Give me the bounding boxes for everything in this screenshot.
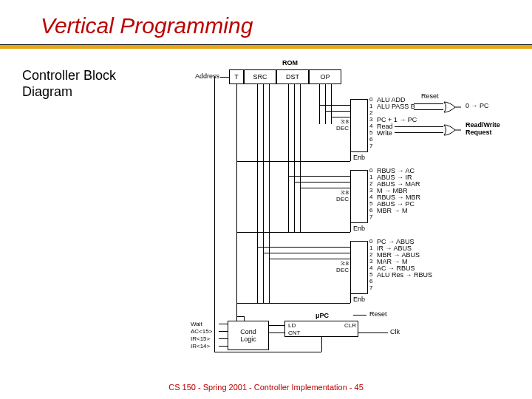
dec1-enb: Enb (353, 154, 365, 161)
dec2-enb: Enb (353, 225, 365, 232)
gate1-out: 0 → PC (466, 102, 489, 109)
rom-field-t-text: T (234, 73, 239, 81)
cond-logic-box: Cond Logic (228, 321, 269, 350)
cond-in-2: IR<15> (191, 335, 210, 342)
rom-field-op-text: OP (320, 73, 330, 81)
upc-cnt: CNT (288, 330, 300, 336)
cond-in-0: Wait (191, 321, 202, 327)
rom-label: ROM (282, 59, 298, 66)
dec2-out6: MBR → M (377, 207, 408, 214)
dec3-label: 3:8 DEC (330, 260, 349, 273)
rom-field-dst-text: DST (286, 73, 299, 81)
footer: CS 150 - Spring 2001 - Controller Implem… (168, 383, 364, 392)
dst-bus-2 (294, 84, 295, 232)
gate2-out-b: Request (466, 129, 492, 136)
address-label: Address (195, 72, 219, 80)
subtitle: Controller Block Diagram (22, 68, 116, 100)
rom-field-t: T (229, 69, 244, 84)
controller-block-diagram: ROM Address T SRC DST OP 3:8 DEC Enb 0 1… (200, 59, 517, 369)
dec2-label: 3:8 DEC (330, 189, 349, 202)
op-bus-2 (325, 84, 326, 124)
page-title: Vertical Programming (41, 13, 253, 38)
decoder-2 (350, 170, 368, 223)
dec3-out5: ALU Res → RBUS (377, 271, 432, 279)
rom-field-src: SRC (244, 69, 276, 84)
dec1-out1: ALU PASS B (377, 103, 415, 110)
dec1-enb-wire (236, 161, 350, 162)
dec3-enb: Enb (353, 296, 365, 303)
addr-wire (220, 77, 229, 78)
or-gate-2 (443, 124, 463, 136)
dec2-enb-wire (236, 232, 350, 233)
src-bus-1 (257, 84, 258, 303)
dec3-enb-wire (236, 303, 350, 304)
decoder-3 (350, 241, 368, 294)
cond-in-3: IR<14> (191, 343, 210, 349)
dec1-label: 3:8 DEC (330, 118, 349, 132)
rom-field-dst: DST (276, 69, 309, 84)
rom-field-op: OP (309, 69, 341, 84)
or-gate-1 (443, 101, 463, 113)
src-bus-3 (269, 84, 270, 303)
dec1-out5: Write (377, 129, 392, 137)
upc-clr: CLR (344, 322, 356, 329)
title-underline (0, 44, 532, 49)
decoder-1 (350, 99, 368, 152)
cond-in-1: AC<15> (191, 328, 212, 335)
reset-label: Reset (421, 92, 439, 100)
dst-bus-1 (288, 84, 289, 232)
upc-label: μPC (316, 312, 329, 319)
rom-field-src-text: SRC (253, 73, 267, 81)
dst-bus-3 (300, 84, 301, 232)
cond-logic-label: Cond Logic (240, 328, 256, 343)
src-bus-2 (263, 84, 264, 303)
t-bus (236, 84, 237, 332)
clk-label: Clk (390, 328, 400, 335)
gate2-out-a: Read/Write (466, 121, 500, 129)
upc-ld: LD (288, 322, 296, 329)
op-bus-1 (319, 84, 320, 124)
reset-bottom: Reset (369, 310, 387, 318)
